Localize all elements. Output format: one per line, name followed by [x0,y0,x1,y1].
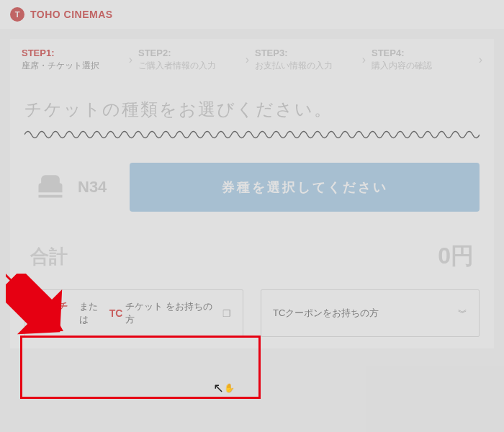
annotation-arrow-icon [6,274,63,348]
chevron-right-icon: › [362,53,366,66]
torn-divider [24,127,480,143]
page-title: チケットの種類をお選びください。 [24,98,480,121]
chevron-right-icon: › [246,53,249,66]
checkout-stepper: STEP1: 座席・チケット選択 › STEP2: ご購入者情報の入力 › ST… [10,39,494,81]
seat-icon [35,170,66,204]
tc-coupon-button[interactable]: TCクーポンをお持ちの方 ︾ [261,289,480,337]
logo-mark-icon: T [10,7,24,22]
main-panel: チケットの種類をお選びください。 N34 券種を選択してください 合計 0円 ム… [10,81,494,348]
chevron-right-icon: › [479,53,482,66]
cursor-pointer-icon: ↖✋ [213,380,235,396]
total-value: 0円 [438,240,474,272]
select-ticket-type-button[interactable]: 券種を選択してください [130,163,480,212]
chevron-right-icon: › [129,53,132,66]
promo-row: ムビチケ または TC チケット をお持ちの方 ❐ TCクーポンをお持ちの方 ︾ [24,279,480,341]
brand-name: TOHO CINEMAS [30,9,113,20]
tc-logo-icon: TC [109,307,123,319]
chevron-down-icon: ︾ [458,307,467,320]
seat-row: N34 券種を選択してください [24,163,480,212]
step-4: STEP4: 購入内容の確認 [372,48,473,72]
app-header: T TOHO CINEMAS [0,0,504,29]
seat-number: N34 [78,178,107,197]
total-row: 合計 0円 [24,219,480,279]
step-3: STEP3: お支払い情報の入力 [255,48,356,72]
seat-display: N34 [24,163,117,212]
total-label: 合計 [30,244,68,269]
step-2: STEP2: ご購入者情報の入力 [138,48,240,72]
popup-icon: ❐ [222,308,231,319]
step-1: STEP1: 座席・チケット選択 [22,48,123,72]
